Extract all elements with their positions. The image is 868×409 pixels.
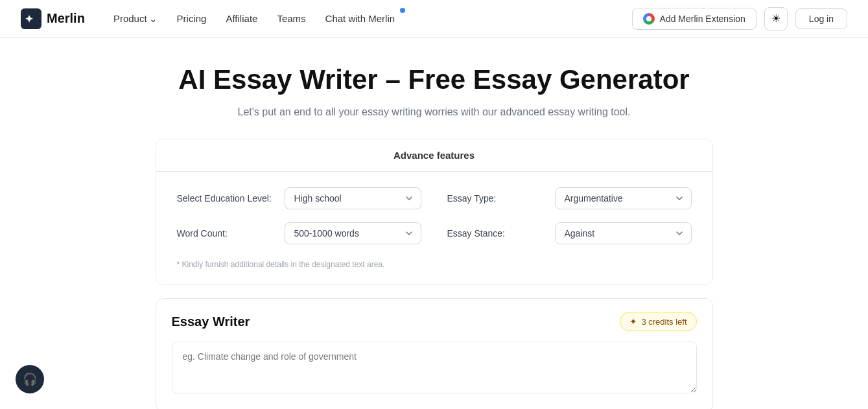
merlin-logo-icon: ✦ xyxy=(21,8,41,29)
credits-badge: ✦ 3 credits left xyxy=(620,312,696,331)
essay-type-row: Essay Type: Argumentative Descriptive Ex… xyxy=(447,187,692,209)
essay-textarea[interactable] xyxy=(172,342,697,393)
login-label: Log in xyxy=(809,14,834,24)
essay-textarea-wrapper xyxy=(156,342,712,409)
advanced-features-header: Advance features xyxy=(156,139,712,172)
essay-stance-label: Essay Stance: xyxy=(447,228,545,239)
brand-name: Merlin xyxy=(47,11,85,26)
floating-help-button[interactable]: 🎧 xyxy=(16,365,44,393)
navbar-right: Add Merlin Extension ☀ Log in xyxy=(632,7,847,30)
essay-stance-select[interactable]: Against For Neutral xyxy=(555,222,692,244)
word-count-select[interactable]: 500-1000 words 1000-1500 words 1500-2000… xyxy=(285,222,421,244)
nav-label-chat: Chat with Merlin xyxy=(325,13,395,24)
add-extension-button[interactable]: Add Merlin Extension xyxy=(632,8,757,30)
nav-label-pricing: Pricing xyxy=(177,13,207,24)
nav-item-pricing[interactable]: Pricing xyxy=(169,9,215,28)
word-count-label: Word Count: xyxy=(177,228,274,239)
chat-notification-dot xyxy=(400,8,405,13)
navbar-nav: Product ⌄ Pricing Affiliate Teams Chat w… xyxy=(106,9,632,29)
nav-item-product[interactable]: Product ⌄ xyxy=(106,9,165,29)
chrome-icon xyxy=(643,13,655,25)
advanced-features-body: Select Education Level: High school Coll… xyxy=(156,172,712,285)
essay-type-label: Essay Type: xyxy=(447,193,545,204)
main-content: AI Essay Writer – Free Essay Generator L… xyxy=(143,38,726,409)
chevron-down-icon: ⌄ xyxy=(149,13,158,25)
form-grid: Select Education Level: High school Coll… xyxy=(177,187,692,269)
headset-icon: 🎧 xyxy=(23,372,37,386)
page-subtitle: Let's put an end to all your essay writi… xyxy=(156,106,713,118)
theme-toggle-button[interactable]: ☀ xyxy=(764,7,788,30)
nav-label-affiliate: Affiliate xyxy=(226,13,257,24)
essay-writer-card: Essay Writer ✦ 3 credits left xyxy=(156,298,713,409)
nav-item-teams[interactable]: Teams xyxy=(269,9,313,28)
nav-label-product: Product xyxy=(113,13,147,24)
form-note: * Kindly furnish additional details in t… xyxy=(177,260,692,269)
nav-label-teams: Teams xyxy=(277,13,305,24)
word-count-row: Word Count: 500-1000 words 1000-1500 wor… xyxy=(177,222,421,244)
sun-icon: ☀ xyxy=(771,12,780,25)
login-button[interactable]: Log in xyxy=(795,8,847,29)
navbar: ✦ Merlin Product ⌄ Pricing Affiliate Tea… xyxy=(0,0,868,38)
essay-type-select[interactable]: Argumentative Descriptive Expository Nar… xyxy=(555,187,692,209)
extension-button-label: Add Merlin Extension xyxy=(660,14,745,24)
essay-writer-title: Essay Writer xyxy=(172,314,250,329)
sparkle-icon: ✦ xyxy=(629,316,637,327)
svg-text:✦: ✦ xyxy=(25,14,34,25)
nav-item-chat[interactable]: Chat with Merlin xyxy=(318,9,403,28)
education-level-label: Select Education Level: xyxy=(177,193,274,204)
brand-logo[interactable]: ✦ Merlin xyxy=(21,8,85,29)
page-title: AI Essay Writer – Free Essay Generator xyxy=(156,64,713,96)
essay-writer-header: Essay Writer ✦ 3 credits left xyxy=(156,299,712,342)
essay-stance-row: Essay Stance: Against For Neutral xyxy=(447,222,692,244)
advanced-features-card: Advance features Select Education Level:… xyxy=(156,139,713,285)
credits-label: 3 credits left xyxy=(641,317,686,327)
advanced-features-title: Advance features xyxy=(393,150,475,161)
education-level-row: Select Education Level: High school Coll… xyxy=(177,187,421,209)
nav-item-affiliate[interactable]: Affiliate xyxy=(218,9,265,28)
education-level-select[interactable]: High school College University PhD xyxy=(285,187,421,209)
